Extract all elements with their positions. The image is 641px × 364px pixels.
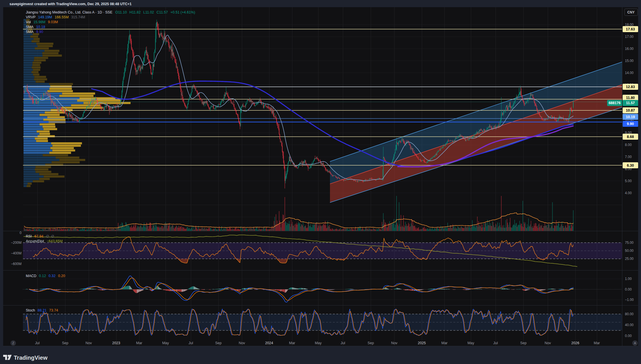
svg-text:Mar: Mar	[594, 341, 600, 345]
svg-text:Jul: Jul	[493, 341, 498, 345]
svg-text:8.00: 8.00	[625, 143, 632, 147]
svg-text:Jul: Jul	[341, 341, 345, 345]
svg-text:Nov: Nov	[391, 341, 398, 345]
svg-text:5.00: 5.00	[625, 179, 632, 183]
svg-text:Nov: Nov	[239, 341, 245, 345]
svg-text:688176: 688176	[609, 101, 621, 105]
svg-text:Stoch88.2173.74: Stoch88.2173.74	[26, 308, 58, 312]
svg-text:7.00: 7.00	[625, 155, 632, 159]
svg-text:TradingView: TradingView	[14, 355, 48, 361]
svg-text:40.00: 40.00	[625, 323, 634, 327]
svg-text:0.00: 0.00	[625, 334, 632, 338]
svg-text:75.00: 75.00	[625, 241, 634, 245]
svg-text:4.00: 4.00	[625, 191, 632, 195]
svg-text:Mar: Mar	[136, 341, 142, 345]
svg-text:8.68: 8.68	[627, 135, 634, 139]
svg-text:80.00: 80.00	[625, 312, 634, 316]
svg-text:−400M: −400M	[11, 251, 22, 255]
svg-text:Nov: Nov	[545, 341, 551, 345]
svg-text:2025: 2025	[418, 341, 426, 345]
svg-text:17.63: 17.63	[626, 27, 635, 31]
svg-text:2024: 2024	[265, 341, 273, 345]
svg-text:11.57: 11.57	[626, 101, 635, 105]
svg-text:Vol15.98M9.03M: Vol15.98M9.03M	[26, 20, 58, 24]
svg-text:1.00: 1.00	[625, 277, 632, 281]
svg-text:May: May	[315, 341, 322, 345]
svg-text:Sep: Sep	[368, 341, 374, 345]
svg-text:6.30: 6.30	[627, 163, 634, 168]
svg-text:25.00: 25.00	[625, 257, 634, 261]
svg-text:Z: Z	[12, 342, 14, 345]
svg-text:−1.00: −1.00	[625, 298, 634, 302]
svg-text:A: A	[634, 342, 636, 345]
svg-text:10.19: 10.19	[626, 115, 635, 119]
svg-text:Jul: Jul	[189, 341, 193, 345]
svg-text:15.00: 15.00	[625, 59, 634, 63]
svg-text:−200M: −200M	[11, 241, 22, 245]
svg-text:12.83: 12.83	[626, 85, 635, 89]
svg-text:18.00: 18.00	[625, 23, 634, 27]
svg-text:2023: 2023	[112, 341, 120, 345]
svg-text:Jul: Jul	[35, 341, 40, 345]
svg-text:−600M: −600M	[11, 262, 22, 266]
svg-text:2026: 2026	[571, 341, 579, 345]
svg-text:9.90: 9.90	[627, 122, 634, 126]
svg-text:50.00: 50.00	[625, 249, 634, 253]
svg-text:0: 0	[20, 231, 22, 235]
svg-text:MACD0.120.320.20: MACD0.120.320.20	[26, 274, 65, 278]
svg-text:16.00: 16.00	[625, 47, 634, 51]
svg-text:May: May	[162, 341, 169, 345]
svg-text:CNY: CNY	[627, 10, 634, 14]
svg-text:Nov: Nov	[86, 341, 92, 345]
svg-text:11.80: 11.80	[626, 96, 635, 100]
svg-text:14.00: 14.00	[625, 71, 634, 75]
svg-text:Mar: Mar	[441, 341, 448, 345]
svg-text:10.87: 10.87	[626, 108, 635, 112]
svg-text:VRVP149.19M166.55M315.74M: VRVP149.19M166.55M315.74M	[26, 15, 85, 19]
svg-text:Sep: Sep	[520, 341, 527, 345]
svg-text:Sep: Sep	[62, 341, 68, 345]
svg-text:0.00: 0.00	[625, 287, 632, 291]
svg-text:Mar: Mar	[289, 341, 295, 345]
svg-text:May: May	[467, 341, 474, 345]
svg-text:17.00: 17.00	[625, 35, 634, 39]
svg-text:savepiginvest created with Tra: savepiginvest created with TradingView.c…	[9, 2, 132, 6]
svg-text:Sep: Sep	[215, 341, 222, 345]
